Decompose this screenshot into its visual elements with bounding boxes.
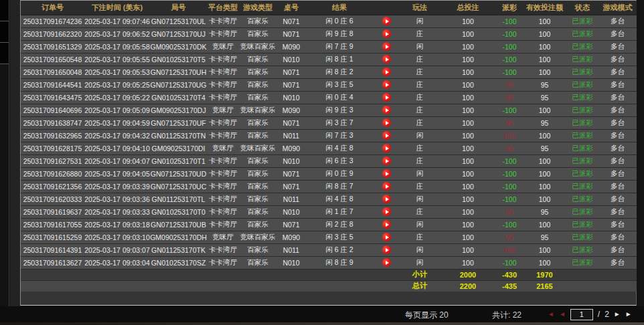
order-cell: 250317091621356 — [21, 180, 84, 193]
time-cell: 2025-03-17 09:04:07 — [84, 154, 150, 167]
left-collapsed-rail — [0, 0, 9, 322]
column-header: 局号 — [150, 1, 207, 15]
play-video-icon[interactable] — [382, 17, 391, 25]
payout-cell: -100 — [496, 15, 523, 27]
status-cell: 已派彩 — [566, 231, 598, 243]
play-cell: 闲 — [400, 167, 440, 180]
play-cell: 庄 — [400, 53, 440, 66]
play-video-icon[interactable] — [382, 42, 391, 51]
platform-cell: 卡卡湾厅 — [207, 129, 239, 142]
result-cell: 闲 2 庄 8 — [306, 218, 373, 231]
play-video-icon[interactable] — [382, 55, 391, 64]
prev-page-button[interactable]: ◄ — [559, 308, 566, 321]
table-no-cell: N071 — [276, 66, 306, 78]
status-cell: 已派彩 — [566, 116, 598, 129]
first-page-button[interactable]: ◄ — [548, 308, 554, 321]
play-cell: 闲 — [400, 40, 440, 53]
order-cell: 250317091614391 — [21, 243, 84, 256]
round-cell: GN010253170T4 — [150, 91, 207, 104]
valid-cell: 95 — [523, 78, 566, 91]
valid-cell: 100 — [523, 167, 566, 180]
valid-cell: 100 — [523, 40, 566, 53]
payout-cell: -100 — [496, 218, 523, 231]
play-video-icon[interactable] — [382, 131, 391, 140]
mode-cell: 多台 — [598, 27, 637, 40]
page-number-input[interactable] — [570, 309, 593, 320]
play-video-icon[interactable] — [382, 144, 391, 152]
play-video-icon[interactable] — [382, 182, 391, 191]
platform-cell: 卡卡湾厅 — [207, 218, 239, 231]
round-cell: GN071253170UL — [150, 15, 207, 27]
table-row: 2503170916445412025-03-17 09:05:25GN0712… — [21, 78, 637, 91]
table-row: 2503170916623202025-03-17 09:06:52GN0712… — [21, 27, 637, 40]
mode-cell: 多台 — [598, 129, 637, 142]
payout-cell: 95 — [496, 142, 523, 154]
total-valid: 2165 — [523, 280, 566, 292]
time-cell: 2025-03-17 09:05:25 — [84, 78, 150, 91]
play-video-icon[interactable] — [382, 258, 391, 267]
play-video-icon[interactable] — [382, 93, 391, 102]
time-cell: 2025-03-17 09:03:33 — [84, 205, 150, 218]
play-video-icon[interactable] — [382, 207, 391, 216]
table-row: 2503170916136272025-03-17 09:03:04GN0102… — [21, 256, 637, 269]
play-triangle — [386, 45, 389, 49]
game-cell: 百家乐 — [239, 15, 276, 27]
play-video-icon[interactable] — [382, 68, 391, 76]
result-cell: 闲 3 庄 7 — [306, 116, 373, 129]
platform-cell: 卡卡湾厅 — [207, 27, 239, 40]
round-cell: GN010253170SZ — [150, 256, 207, 269]
payout-cell: -100 — [496, 53, 523, 66]
time-cell: 2025-03-17 09:05:58 — [84, 40, 150, 53]
play-cell: 庄 — [400, 27, 440, 40]
play-video-icon[interactable] — [382, 195, 391, 203]
platform-cell: 卡卡湾厅 — [207, 154, 239, 167]
game-cell: 百家乐 — [239, 27, 276, 40]
payout-cell: 95 — [496, 205, 523, 218]
total-label: 总计 — [400, 280, 440, 292]
game-cell: 百家乐 — [239, 218, 276, 231]
table-no-cell: N011 — [276, 243, 306, 256]
play-cell: 庄 — [400, 142, 440, 154]
order-cell: 250317091638747 — [21, 116, 84, 129]
order-cell: 250317091632965 — [21, 129, 84, 142]
result-cell: 闲 6 庄 2 — [306, 243, 373, 256]
next-page-button[interactable]: ► — [614, 308, 621, 321]
game-cell: 百家乐 — [239, 66, 276, 78]
video-cell — [373, 180, 400, 193]
valid-cell: 95 — [523, 91, 566, 104]
play-video-icon[interactable] — [382, 118, 391, 127]
play-video-icon[interactable] — [382, 220, 391, 229]
play-video-icon[interactable] — [382, 245, 391, 254]
mode-cell: 多台 — [598, 40, 637, 53]
result-cell: 闲 4 庄 8 — [306, 142, 373, 154]
status-cell: 已派彩 — [566, 66, 598, 78]
platform-cell: 卡卡湾厅 — [207, 193, 239, 205]
valid-cell: 95 — [523, 205, 566, 218]
game-cell: 竞咪百家乐 — [239, 231, 276, 243]
round-cell: GN071253170UG — [150, 78, 207, 91]
play-video-icon[interactable] — [382, 29, 391, 38]
time-cell: 2025-03-17 09:07:46 — [84, 15, 150, 27]
order-cell: 250317091613627 — [21, 256, 84, 269]
play-video-icon[interactable] — [382, 169, 391, 178]
column-header: 桌号 — [276, 1, 306, 15]
valid-cell: 100 — [523, 15, 566, 27]
time-cell: 2025-03-17 09:04:32 — [84, 129, 150, 142]
column-header: 结果 — [306, 1, 373, 15]
video-cell — [373, 66, 400, 78]
last-page-button[interactable]: ► — [625, 308, 632, 321]
play-video-icon[interactable] — [382, 80, 391, 89]
play-video-icon[interactable] — [382, 233, 391, 241]
result-cell: 闲 6 庄 3 — [306, 154, 373, 167]
result-cell: 闲 8 庄 2 — [306, 66, 373, 78]
bet-cell: 100 — [440, 142, 496, 154]
status-cell: 已派彩 — [566, 180, 598, 193]
play-video-icon[interactable] — [382, 156, 391, 165]
bet-cell: 100 — [440, 231, 496, 243]
video-cell — [373, 167, 400, 180]
platform-cell: 卡卡湾厅 — [207, 53, 239, 66]
mode-cell: 多台 — [598, 218, 637, 231]
table-row: 2503170916513292025-03-17 09:05:58GM0902… — [21, 40, 637, 53]
status-cell: 已派彩 — [566, 78, 598, 91]
play-video-icon[interactable] — [382, 106, 391, 114]
